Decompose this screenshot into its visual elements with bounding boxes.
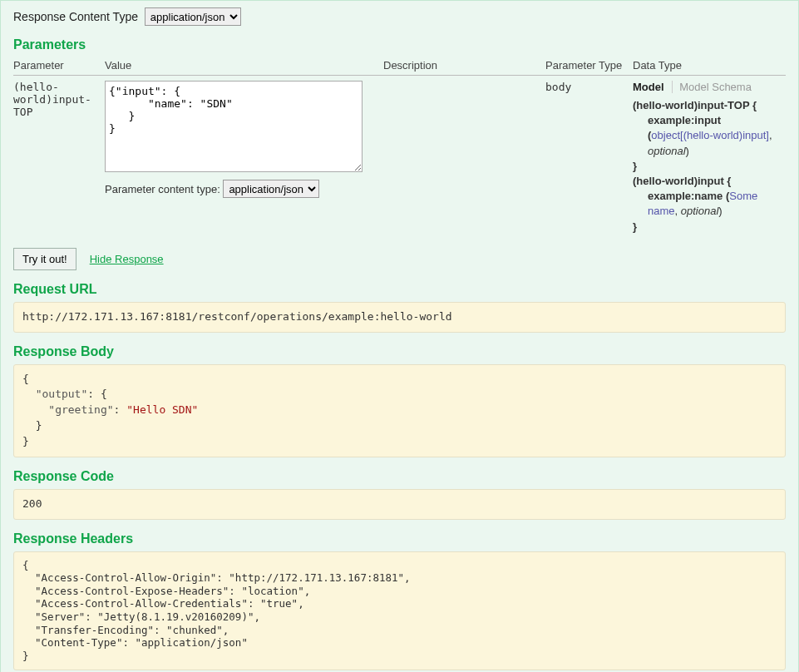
model-sep: , [769, 129, 772, 141]
try-it-out-button[interactable]: Try it out! [13, 248, 76, 270]
model-input-open: (hello-world)input { [633, 175, 731, 187]
response-headers-heading: Response Headers [13, 531, 786, 546]
rb-l4: } [22, 435, 29, 447]
rb-l3: } [22, 419, 42, 432]
model-close-paren2: ) [718, 205, 722, 217]
model-top-close: } [633, 160, 637, 172]
rb-k1: "output" [36, 388, 88, 400]
model-input-close: } [633, 220, 637, 233]
response-content-type-label: Response Content Type [13, 10, 141, 23]
parameter-content-type-label: Parameter content type: [105, 183, 220, 195]
request-url-value: http://172.171.13.167:8181/restconf/oper… [22, 310, 452, 323]
model-top-open: (hello-world)input-TOP { [633, 99, 757, 111]
parameter-type: body [545, 76, 633, 238]
col-parameter-type: Parameter Type [545, 56, 633, 76]
model-definition: (hello-world)input-TOP { example:input (… [633, 98, 777, 235]
col-data-type: Data Type [633, 56, 786, 76]
parameter-data-type-cell: Model Model Schema (hello-world)input-TO… [633, 76, 786, 238]
hide-response-link[interactable]: Hide Response [90, 253, 164, 265]
parameters-header-row: Parameter Value Description Parameter Ty… [13, 56, 786, 76]
col-value: Value [105, 56, 383, 76]
table-row: (hello-world)input-TOP Parameter content… [13, 76, 786, 238]
response-code-box: 200 [13, 489, 786, 520]
tab-model[interactable]: Model [633, 81, 664, 93]
datatype-tabs: Model Model Schema [633, 81, 777, 93]
model-sep2: , [675, 205, 681, 217]
rb-c1: : { [87, 388, 106, 400]
model-input-field: example:name ( [648, 190, 729, 202]
parameter-content-type-select[interactable]: application/json [223, 180, 319, 198]
parameters-heading: Parameters [13, 37, 786, 52]
rb-l0: { [22, 373, 29, 385]
model-top-optional: optional [648, 145, 686, 157]
model-top-typelink[interactable]: object[(hello-world)input] [651, 129, 769, 141]
response-body-box: { "output": { "greeting": "Hello SDN" } … [13, 364, 786, 457]
parameter-content-type-row: Parameter content type: application/json [105, 180, 375, 198]
parameter-name: (hello-world)input-TOP [13, 76, 105, 238]
tab-model-schema[interactable]: Model Schema [672, 81, 752, 93]
parameter-body-textarea[interactable] [105, 81, 363, 172]
col-parameter: Parameter [13, 56, 105, 76]
response-content-type-row: Response Content Type application/json [13, 7, 786, 26]
model-input-optional: optional [681, 205, 719, 217]
rb-v2: "Hello SDN" [126, 403, 198, 416]
response-body-heading: Response Body [13, 344, 786, 359]
request-url-heading: Request URL [13, 282, 786, 297]
response-headers-box: { "Access-Control-Allow-Origin": "http:/… [13, 551, 786, 670]
rb-k2: "greeting" [48, 403, 113, 416]
model-close-paren: ) [686, 145, 689, 157]
request-url-box: http://172.171.13.167:8181/restconf/oper… [13, 302, 786, 333]
parameter-value-cell: Parameter content type: application/json [105, 76, 383, 238]
response-content-type-select[interactable]: application/json [145, 7, 241, 26]
response-code-heading: Response Code [13, 469, 786, 484]
col-description: Description [383, 56, 545, 76]
parameters-table: Parameter Value Description Parameter Ty… [13, 56, 786, 238]
parameter-description [383, 76, 545, 238]
action-bar: Try it out! Hide Response [13, 248, 786, 270]
rb-c2: : [114, 403, 127, 416]
